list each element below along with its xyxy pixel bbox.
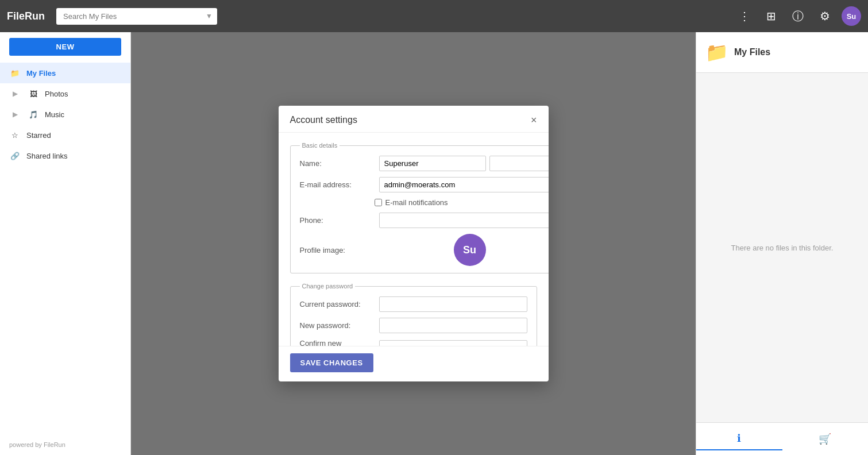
right-panel-tab-cart[interactable]: 🛒	[782, 428, 869, 450]
sidebar-item-shared-links[interactable]: 🔗 Shared links	[0, 145, 130, 166]
modal-title: Account settings	[290, 115, 357, 125]
email-input[interactable]	[379, 177, 549, 192]
sidebar-footer: powered by FileRun	[0, 434, 130, 455]
name-inputs	[379, 156, 549, 171]
right-panel-title: My Files	[734, 47, 770, 57]
confirm-password-row: Confirm new password:	[300, 339, 527, 346]
sidebar-item-my-files[interactable]: 📁 My Files	[0, 63, 130, 83]
search-wrapper: ▼	[56, 8, 217, 25]
save-changes-button[interactable]: SAVE CHANGES	[290, 353, 373, 372]
new-password-row: New password:	[300, 318, 527, 333]
content-area: Account settings × Basic details Name:	[131, 32, 696, 455]
phone-input[interactable]	[379, 213, 549, 228]
settings-button[interactable]: ⚙	[815, 7, 835, 25]
current-password-row: Current password:	[300, 296, 527, 312]
search-input[interactable]	[61, 8, 206, 25]
sidebar-item-label: Starred	[26, 131, 51, 140]
email-notifications-label: E-mail notifications	[385, 198, 448, 207]
phone-row: Phone:	[300, 213, 549, 228]
change-password-section: Change password Current password: New pa…	[290, 283, 537, 346]
profile-image-area: Su	[454, 234, 486, 266]
phone-label: Phone:	[300, 216, 375, 225]
sidebar: NEW 📁 My Files ▶ 🖼 Photos ▶ 🎵 Music ☆ St…	[0, 32, 131, 455]
email-row: E-mail address:	[300, 177, 549, 192]
email-notifications-checkbox[interactable]	[375, 199, 382, 206]
empty-folder-message: There are no files in this folder.	[731, 244, 834, 252]
new-password-input[interactable]	[379, 318, 527, 333]
sidebar-item-label: Music	[45, 110, 64, 119]
sidebar-item-photos[interactable]: ▶ 🖼 Photos	[0, 83, 130, 104]
sidebar-item-music[interactable]: ▶ 🎵 Music	[0, 104, 130, 125]
email-notifications-row: E-mail notifications	[375, 198, 549, 207]
user-avatar[interactable]: Su	[842, 6, 861, 26]
sidebar-item-label: Photos	[45, 90, 68, 98]
email-label: E-mail address:	[300, 180, 375, 189]
avatar[interactable]: Su	[454, 234, 486, 266]
profile-image-row: Profile image: Su	[300, 234, 549, 266]
current-password-label: Current password:	[300, 300, 375, 309]
last-name-input[interactable]	[489, 156, 549, 171]
first-name-input[interactable]	[379, 156, 486, 171]
main-layout: NEW 📁 My Files ▶ 🖼 Photos ▶ 🎵 Music ☆ St…	[0, 32, 868, 455]
confirm-password-label: Confirm new password:	[300, 339, 375, 346]
confirm-password-input[interactable]	[379, 340, 527, 346]
right-panel-folder-icon: 📁	[705, 41, 728, 63]
app-header: FileRun ▼ ⋮ ⊞ ⓘ ⚙ Su	[0, 0, 868, 32]
name-row: Name:	[300, 156, 549, 171]
right-panel-content: There are no files in this folder.	[696, 73, 868, 422]
info-button[interactable]: ⓘ	[788, 6, 808, 26]
right-panel-header: 📁 My Files	[696, 32, 868, 73]
modal-close-button[interactable]: ×	[531, 115, 537, 125]
current-password-input[interactable]	[379, 296, 527, 312]
star-icon: ☆	[9, 129, 21, 141]
basic-details-legend: Basic details	[300, 142, 340, 149]
right-panel-footer: ℹ 🛒	[696, 422, 868, 455]
account-settings-modal: Account settings × Basic details Name:	[279, 106, 549, 381]
modal-footer: SAVE CHANGES	[279, 346, 549, 381]
sidebar-item-starred[interactable]: ☆ Starred	[0, 125, 130, 145]
more-options-button[interactable]: ⋮	[734, 7, 755, 25]
basic-details-section: Basic details Name: E-mail address:	[290, 142, 549, 273]
modal-header: Account settings ×	[279, 106, 549, 133]
change-password-legend: Change password	[300, 283, 356, 290]
modal-overlay: Account settings × Basic details Name:	[131, 32, 696, 455]
chevron-right-icon: ▶	[9, 109, 21, 120]
app-logo: FileRun	[7, 10, 45, 22]
grid-view-button[interactable]: ⊞	[762, 7, 781, 25]
folder-icon: 📁	[9, 67, 21, 79]
new-button[interactable]: NEW	[9, 38, 121, 56]
sidebar-item-label: My Files	[26, 69, 56, 78]
right-panel: 📁 My Files There are no files in this fo…	[696, 32, 868, 455]
link-icon: 🔗	[9, 150, 21, 161]
music-icon: 🎵	[28, 109, 39, 120]
right-panel-tab-info[interactable]: ℹ	[696, 427, 782, 450]
name-label: Name:	[300, 159, 375, 168]
profile-image-label: Profile image:	[300, 246, 375, 255]
photo-icon: 🖼	[28, 88, 39, 99]
modal-body: Basic details Name: E-mail address:	[279, 133, 549, 346]
chevron-right-icon: ▶	[9, 88, 21, 99]
powered-by-text: powered by FileRun	[9, 441, 65, 448]
new-password-label: New password:	[300, 321, 375, 330]
search-dropdown-arrow[interactable]: ▼	[206, 12, 213, 20]
sidebar-item-label: Shared links	[26, 152, 68, 160]
